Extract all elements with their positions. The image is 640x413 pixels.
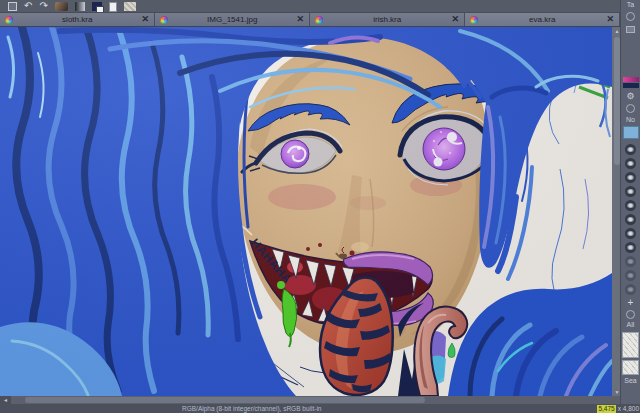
gradient-swatch-icon[interactable] xyxy=(75,2,85,11)
all-filter-label[interactable]: All xyxy=(627,321,635,329)
main-row: ↶ ↷ sloth.kra ✕ IMG_1541.jpg ✕ xyxy=(0,0,640,404)
close-icon[interactable]: ✕ xyxy=(606,15,614,24)
color-history-bar[interactable] xyxy=(623,77,639,82)
tab-label: eva.kra xyxy=(482,15,602,24)
close-icon[interactable]: ✕ xyxy=(141,15,149,24)
filter-icon[interactable] xyxy=(626,310,635,319)
layer-visibility-eye-icon[interactable] xyxy=(625,200,636,211)
document-tab-bar: sloth.kra ✕ IMG_1541.jpg ✕ irish.kra ✕ e… xyxy=(0,12,620,27)
settings-gear-icon[interactable]: ⚙ xyxy=(626,92,634,101)
tab-irish[interactable]: irish.kra ✕ xyxy=(310,13,465,26)
redo-icon[interactable]: ↷ xyxy=(39,1,47,11)
scroll-down-icon[interactable]: ▼ xyxy=(613,389,621,395)
new-document-icon[interactable] xyxy=(109,2,117,12)
add-layer-icon[interactable]: + xyxy=(628,298,634,307)
pattern-swatch-icon[interactable] xyxy=(124,2,136,11)
brush-preset-icon[interactable] xyxy=(55,2,68,11)
tab-label: IMG_1541.jpg xyxy=(172,15,292,24)
scroll-left-icon[interactable]: ◂ xyxy=(0,396,11,404)
top-toolbar: ↶ ↷ xyxy=(0,0,620,12)
layer-visibility-eye-icon[interactable] xyxy=(625,242,636,253)
brush-preset-thumbnail[interactable] xyxy=(622,332,639,358)
blend-mode-label[interactable]: No xyxy=(626,116,635,124)
layer-visibility-eye-icon[interactable] xyxy=(625,256,636,267)
layer-visibility-eye-icon[interactable] xyxy=(625,144,636,155)
tab-label: irish.kra xyxy=(327,15,447,24)
opacity-slider[interactable] xyxy=(623,126,639,139)
krita-document-icon xyxy=(160,16,168,24)
layer-visibility-eye-icon[interactable] xyxy=(625,270,636,281)
photo-glare-overlay xyxy=(0,27,612,396)
dimension-highlight: 5,475 xyxy=(597,405,615,413)
search-label[interactable]: Sea xyxy=(624,377,636,385)
tab-sloth[interactable]: sloth.kra ✕ xyxy=(0,13,155,26)
list-view-icon[interactable] xyxy=(626,26,635,33)
layer-visibility-eye-icon[interactable] xyxy=(625,284,636,295)
status-bar: RGB/Alpha (8-bit integer/channel), sRGB … xyxy=(0,404,640,413)
canvas-viewport: HAHAHA xyxy=(0,27,620,396)
canvas-dimensions: 5,475 x 4,800 xyxy=(597,404,639,413)
vertical-scroll-thumb[interactable] xyxy=(614,37,620,165)
foreground-background-colors-icon[interactable] xyxy=(92,2,102,11)
layer-visibility-eye-icon[interactable] xyxy=(625,172,636,183)
view-mode-icon[interactable] xyxy=(626,104,635,113)
workspace-icon[interactable] xyxy=(626,12,635,21)
save-icon[interactable] xyxy=(8,2,17,11)
layer-visibility-eye-icon[interactable] xyxy=(625,228,636,239)
right-docker-strip: Ta ⚙ No + All Sea xyxy=(620,0,640,404)
undo-icon[interactable]: ↶ xyxy=(24,1,32,11)
scroll-up-icon[interactable]: ▲ xyxy=(613,28,621,34)
horizontal-scroll-thumb[interactable] xyxy=(25,397,425,403)
color-profile-status: RGB/Alpha (8-bit integer/channel), sRGB … xyxy=(182,405,321,412)
digital-painting-canvas[interactable]: HAHAHA xyxy=(0,27,612,396)
krita-document-icon xyxy=(315,16,323,24)
tab-label: sloth.kra xyxy=(17,15,137,24)
layer-visibility-eye-icon[interactable] xyxy=(625,158,636,169)
close-icon[interactable]: ✕ xyxy=(296,15,304,24)
color-history-bar-dark[interactable] xyxy=(623,83,639,88)
docker-title: Ta xyxy=(627,1,634,9)
left-column: ↶ ↷ sloth.kra ✕ IMG_1541.jpg ✕ xyxy=(0,0,620,404)
tab-img-1541[interactable]: IMG_1541.jpg ✕ xyxy=(155,13,310,26)
krita-document-icon xyxy=(470,16,478,24)
layer-visibility-eye-icon[interactable] xyxy=(625,186,636,197)
horizontal-scroll-track[interactable] xyxy=(11,396,620,404)
horizontal-scrollbar[interactable]: ◂ xyxy=(0,396,620,404)
vertical-scrollbar[interactable]: ▲ ▼ xyxy=(612,27,620,396)
close-icon[interactable]: ✕ xyxy=(451,15,459,24)
layer-visibility-eye-icon[interactable] xyxy=(625,214,636,225)
dimension-suffix: x 4,800 xyxy=(618,405,639,412)
brush-preset-thumbnail[interactable] xyxy=(622,360,639,375)
krita-document-icon xyxy=(5,16,13,24)
krita-window: ↶ ↷ sloth.kra ✕ IMG_1541.jpg ✕ xyxy=(0,0,640,413)
tab-eva[interactable]: eva.kra ✕ xyxy=(465,13,620,26)
